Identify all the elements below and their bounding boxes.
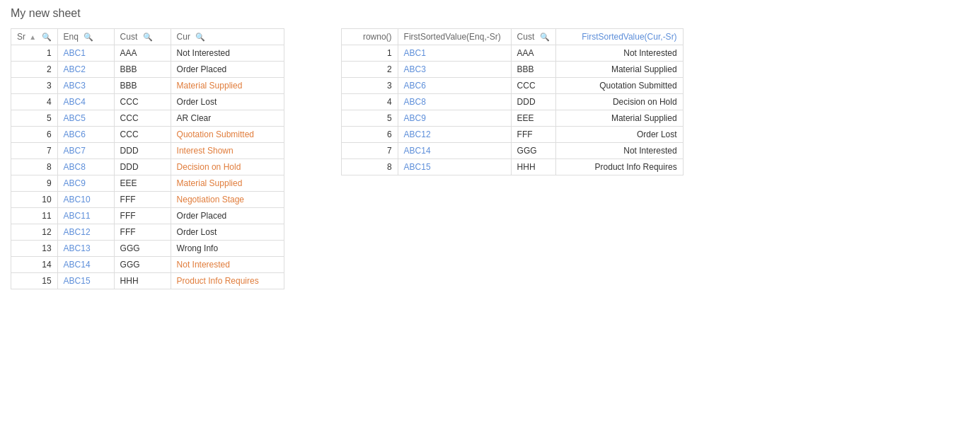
table-row: 7ABC14GGGNot Interested [341, 143, 683, 159]
cell-first-cur: Material Supplied [555, 110, 683, 127]
cell-cur: Order Placed [171, 208, 284, 224]
table-row: 8ABC8DDDDecision on Hold [11, 159, 284, 175]
cell-enq[interactable]: ABC4 [57, 94, 114, 110]
cell-sr: 8 [11, 159, 58, 175]
table-row: 10ABC10FFFNegotiation Stage [11, 192, 284, 208]
cell-sr: 4 [11, 94, 58, 110]
cell-first-enq[interactable]: ABC15 [398, 159, 511, 175]
cell-rowno: 2 [341, 62, 398, 78]
table-row: 1ABC1AAANot Interested [341, 45, 683, 62]
cell-enq[interactable]: ABC2 [57, 62, 114, 78]
cell-first-enq[interactable]: ABC12 [398, 127, 511, 143]
cell-cur[interactable]: Not Interested [171, 257, 284, 273]
col-header-cust2: Cust 🔍 [511, 29, 555, 45]
cell-cust: FFF [114, 224, 171, 241]
cell-first-enq[interactable]: ABC1 [398, 45, 511, 62]
cell-enq[interactable]: ABC15 [57, 273, 114, 289]
cell-cust: AAA [114, 45, 171, 62]
main-table: Sr ▲ 🔍 Enq 🔍 Cust 🔍 Cur 🔍 1ABC1A [11, 28, 284, 289]
cell-cur[interactable]: Decision on Hold [171, 159, 284, 175]
cell-cur[interactable]: Quotation Submitted [171, 127, 284, 143]
cell-first-enq[interactable]: ABC6 [398, 78, 511, 94]
tables-container: Sr ▲ 🔍 Enq 🔍 Cust 🔍 Cur 🔍 1ABC1A [11, 28, 969, 289]
cell-enq[interactable]: ABC12 [57, 224, 114, 241]
col-rowno-label: rowno() [363, 32, 392, 42]
cell-first-enq[interactable]: ABC8 [398, 94, 511, 110]
cell-enq[interactable]: ABC8 [57, 159, 114, 175]
cell-enq[interactable]: ABC9 [57, 175, 114, 192]
table-row: 7ABC7DDDInterest Shown [11, 143, 284, 159]
cell-cust: HHH [114, 273, 171, 289]
cell-enq[interactable]: ABC11 [57, 208, 114, 224]
cell-cust2: BBB [511, 62, 555, 78]
cell-sr: 15 [11, 273, 58, 289]
table-row: 5ABC5CCCAR Clear [11, 110, 284, 127]
col-header-cur: Cur 🔍 [171, 29, 284, 45]
table-row: 2ABC2BBBOrder Placed [11, 62, 284, 78]
cell-rowno: 7 [341, 143, 398, 159]
cell-enq[interactable]: ABC5 [57, 110, 114, 127]
cell-first-cur: Quotation Submitted [555, 78, 683, 94]
table-row: 6ABC12FFFOrder Lost [341, 127, 683, 143]
cell-enq[interactable]: ABC10 [57, 192, 114, 208]
cell-cust2: FFF [511, 127, 555, 143]
cell-sr: 12 [11, 224, 58, 241]
search-icon-enq[interactable]: 🔍 [83, 33, 93, 42]
cell-first-enq[interactable]: ABC14 [398, 143, 511, 159]
col-header-first-cur: FirstSortedValue(Cur,-Sr) [555, 29, 683, 45]
col-enq-label: Enq [64, 32, 79, 42]
cell-sr: 9 [11, 175, 58, 192]
table1-header-row: Sr ▲ 🔍 Enq 🔍 Cust 🔍 Cur 🔍 [11, 29, 284, 45]
sort-icon-sr[interactable]: ▲ [29, 33, 36, 41]
search-icon-sr[interactable]: 🔍 [42, 33, 52, 42]
table1-body: 1ABC1AAANot Interested2ABC2BBBOrder Plac… [11, 45, 284, 289]
col-first-enq-label: FirstSortedValue(Enq,-Sr) [404, 32, 501, 42]
table-row: 4ABC8DDDDecision on Hold [341, 94, 683, 110]
table-row: 2ABC3BBBMaterial Supplied [341, 62, 683, 78]
cell-cust: CCC [114, 110, 171, 127]
cell-first-cur: Not Interested [555, 45, 683, 62]
cell-enq[interactable]: ABC1 [57, 45, 114, 62]
table-row: 9ABC9EEEMaterial Supplied [11, 175, 284, 192]
cell-cust: FFF [114, 192, 171, 208]
cell-cust: DDD [114, 159, 171, 175]
cell-cur[interactable]: Product Info Requires [171, 273, 284, 289]
table-row: 12ABC12FFFOrder Lost [11, 224, 284, 241]
cell-cur[interactable]: Material Supplied [171, 175, 284, 192]
cell-sr: 6 [11, 127, 58, 143]
cell-first-enq[interactable]: ABC3 [398, 62, 511, 78]
cell-cust: FFF [114, 208, 171, 224]
cell-enq[interactable]: ABC6 [57, 127, 114, 143]
cell-cust2: HHH [511, 159, 555, 175]
table-row: 11ABC11FFFOrder Placed [11, 208, 284, 224]
cell-sr: 3 [11, 78, 58, 94]
page-title: My new sheet [11, 7, 969, 20]
cell-cur[interactable]: Interest Shown [171, 143, 284, 159]
cell-sr: 10 [11, 192, 58, 208]
search-icon-cur[interactable]: 🔍 [195, 33, 205, 42]
cell-cur: Order Lost [171, 94, 284, 110]
table-row: 13ABC13GGGWrong Info [11, 241, 284, 257]
cell-enq[interactable]: ABC3 [57, 78, 114, 94]
cell-sr: 5 [11, 110, 58, 127]
cell-cust2: DDD [511, 94, 555, 110]
cell-cur[interactable]: Material Supplied [171, 78, 284, 94]
cell-cur: AR Clear [171, 110, 284, 127]
cell-rowno: 4 [341, 94, 398, 110]
cell-first-enq[interactable]: ABC9 [398, 110, 511, 127]
cell-sr: 11 [11, 208, 58, 224]
search-icon-cust2[interactable]: 🔍 [540, 33, 550, 42]
cell-enq[interactable]: ABC7 [57, 143, 114, 159]
search-icon-cust[interactable]: 🔍 [143, 33, 153, 42]
cell-cur[interactable]: Negotiation Stage [171, 192, 284, 208]
cell-first-cur: Product Info Requires [555, 159, 683, 175]
col-header-cust: Cust 🔍 [114, 29, 171, 45]
cell-enq[interactable]: ABC14 [57, 257, 114, 273]
cell-cust2: CCC [511, 78, 555, 94]
table-row: 4ABC4CCCOrder Lost [11, 94, 284, 110]
cell-cust2: EEE [511, 110, 555, 127]
col-header-sr: Sr ▲ 🔍 [11, 29, 58, 45]
cell-sr: 1 [11, 45, 58, 62]
cell-enq[interactable]: ABC13 [57, 241, 114, 257]
cell-cust: BBB [114, 62, 171, 78]
